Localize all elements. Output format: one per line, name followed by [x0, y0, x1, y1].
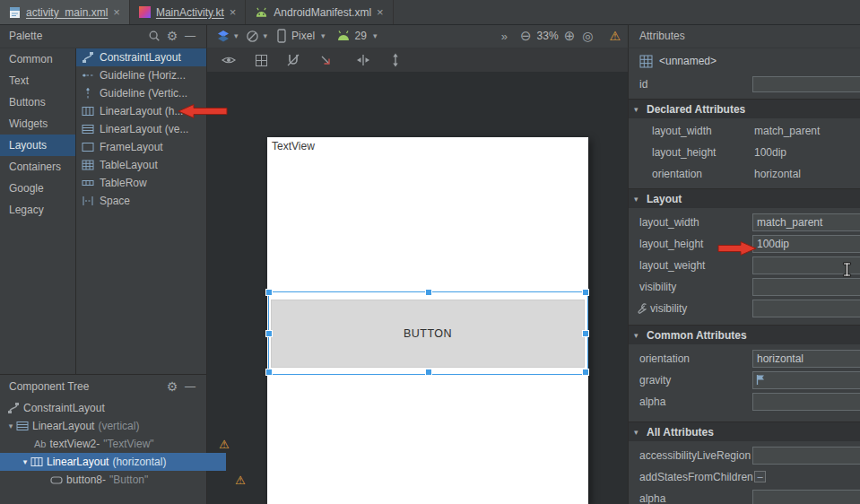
api-level: 29 — [355, 30, 367, 42]
section-declared-attributes[interactable]: ▾ Declared Attributes — [629, 99, 860, 118]
tree-item-textview2[interactable]: Ab textView2- "TextView" ⚠ — [0, 435, 240, 453]
attr-row: alpha — [629, 488, 860, 504]
gear-icon[interactable]: ⚙ — [163, 27, 181, 45]
attr-row: addStatesFromChildren – — [629, 466, 860, 488]
hide-panel-icon[interactable]: — — [181, 378, 199, 395]
palette-category-buttons[interactable]: Buttons — [0, 91, 75, 113]
palette-item-linearlayout-vertical[interactable]: LinearLayout (ve... — [76, 120, 206, 138]
selection-handle[interactable] — [425, 289, 432, 296]
palette-item-framelayout[interactable]: FrameLayout — [76, 138, 206, 156]
tree-item-linearlayout-vertical[interactable]: ▾ LinearLayout (vertical) — [0, 417, 212, 435]
theme-icon[interactable] — [244, 27, 262, 45]
section-common-attributes[interactable]: ▾ Common Attributes — [629, 325, 860, 344]
zoom-fit-icon[interactable]: ◎ — [582, 29, 593, 43]
close-icon[interactable]: × — [377, 6, 384, 18]
attr-row: gravity — [629, 369, 860, 391]
palette-category-google[interactable]: Google — [0, 178, 75, 199]
selection-handle[interactable] — [582, 330, 589, 337]
palette-item-linearlayout-horizontal[interactable]: LinearLayout (h... — [76, 102, 206, 120]
search-icon[interactable] — [145, 27, 163, 45]
attr-row: layout_height 100dip — [629, 142, 860, 163]
device-selector[interactable]: Pixel ▾ — [276, 29, 326, 43]
selection-handle[interactable] — [425, 369, 432, 376]
orientation-input[interactable] — [752, 350, 860, 368]
selection-handle[interactable] — [582, 289, 589, 296]
tablerow-icon — [82, 177, 94, 189]
layout-width-input[interactable] — [752, 213, 860, 231]
palette-item-space[interactable]: Space — [76, 192, 206, 210]
warning-icon[interactable]: ⚠ — [609, 29, 621, 43]
palette-title: Palette — [9, 30, 42, 42]
id-input[interactable] — [752, 76, 860, 92]
attr-value[interactable]: horizontal — [754, 163, 801, 185]
palette-item-guideline-vertical[interactable]: Guideline (Vertic... — [76, 84, 206, 102]
hide-panel-icon[interactable]: — — [181, 27, 199, 45]
attr-row: alpha — [629, 391, 860, 413]
palette-category-layouts[interactable]: Layouts — [0, 135, 75, 156]
layout-weight-input[interactable] — [752, 256, 860, 274]
add-states-from-children-checkbox[interactable]: – — [754, 471, 766, 482]
gravity-input[interactable] — [752, 371, 860, 389]
tab-mainactivity-kt[interactable]: MainActivity.kt × — [130, 0, 246, 24]
attr-row: visibility — [629, 276, 860, 298]
magnet-off-icon[interactable] — [284, 51, 302, 69]
selection-handle[interactable] — [265, 369, 273, 376]
attr-value[interactable]: match_parent — [754, 120, 820, 142]
collapse-icon: ▾ — [634, 326, 638, 345]
palette-category-legacy[interactable]: Legacy — [0, 199, 75, 221]
tree-item-linearlayout-horizontal[interactable]: ▾ LinearLayout (horizontal) — [0, 453, 226, 471]
api-selector[interactable]: 29 ▾ — [336, 30, 378, 42]
section-all-attributes[interactable]: ▾ All Attributes — [629, 421, 860, 441]
palette-category-text[interactable]: Text — [0, 70, 75, 91]
section-layout[interactable]: ▾ Layout — [629, 188, 860, 208]
component-tree-header: Component Tree ⚙ — — [0, 374, 206, 397]
collapse-icon[interactable]: ▾ — [5, 421, 16, 430]
warning-icon: ⚠ — [219, 438, 230, 451]
close-icon[interactable]: × — [113, 6, 120, 18]
palette-item-tablerow[interactable]: TableRow — [76, 174, 206, 192]
palette-category-containers[interactable]: Containers — [0, 156, 75, 178]
eye-icon[interactable] — [220, 51, 238, 69]
palette-item-guideline-horizontal[interactable]: Guideline (Horiz... — [76, 66, 206, 84]
canvas-textview[interactable]: TextView — [272, 140, 315, 152]
gear-icon[interactable]: ⚙ — [163, 378, 181, 395]
align-horizontal-icon[interactable] — [354, 51, 372, 69]
attr-value[interactable]: 100dip — [754, 142, 786, 163]
toolbar-overflow-icon[interactable]: » — [501, 30, 508, 43]
android-file-icon — [255, 7, 268, 18]
guideline-horizontal-icon — [82, 69, 94, 82]
elevation-icon[interactable] — [317, 51, 334, 69]
tab-label: AndroidManifest.xml — [274, 6, 371, 19]
selection-handle[interactable] — [582, 369, 589, 376]
tab-androidmanifest-xml[interactable]: AndroidManifest.xml × — [246, 0, 393, 24]
selection-handle[interactable] — [265, 330, 273, 337]
alpha-all-input[interactable] — [752, 490, 860, 504]
close-icon[interactable]: × — [230, 6, 237, 18]
palette-category-widgets[interactable]: Widgets — [0, 113, 75, 135]
tree-item-button8[interactable]: button8- "Button" ⚠ — [0, 471, 256, 489]
collapse-icon[interactable]: ▾ — [20, 457, 30, 466]
palette-item-constraintlayout[interactable]: ConstraintLayout — [76, 48, 206, 66]
tools-visibility-input[interactable] — [752, 300, 860, 317]
attr-row: layout_height — [629, 233, 860, 255]
palette-category-common[interactable]: Common — [0, 48, 75, 70]
tree-item-constraintlayout[interactable]: ConstraintLayout — [0, 399, 213, 417]
zoom-in-icon[interactable]: ⊕ — [564, 28, 576, 44]
design-mode-icon[interactable] — [214, 27, 232, 45]
zoom-level: 33% — [537, 30, 559, 42]
linearlayout-horizontal-icon — [30, 456, 43, 468]
collapse-icon: ▾ — [634, 100, 638, 119]
selection-handle[interactable] — [265, 289, 273, 296]
align-vertical-icon[interactable] — [387, 51, 404, 69]
show-borders-icon[interactable] — [252, 51, 270, 69]
linearlayout-vertical-icon — [82, 123, 94, 135]
component-tree: ConstraintLayout ▾ LinearLayout (vertica… — [0, 397, 206, 504]
zoom-out-icon[interactable]: ⊖ — [520, 28, 532, 44]
palette-item-tablelayout[interactable]: TableLayout — [76, 156, 206, 174]
layout-height-input[interactable] — [752, 235, 860, 253]
palette-categories: Common Text Buttons Widgets Layouts Cont… — [0, 48, 76, 374]
alpha-input[interactable] — [752, 393, 860, 411]
accessibility-live-region-input[interactable] — [752, 447, 860, 465]
tab-activity-main-xml[interactable]: activity_main.xml × — [0, 0, 130, 24]
visibility-input[interactable] — [752, 278, 860, 296]
